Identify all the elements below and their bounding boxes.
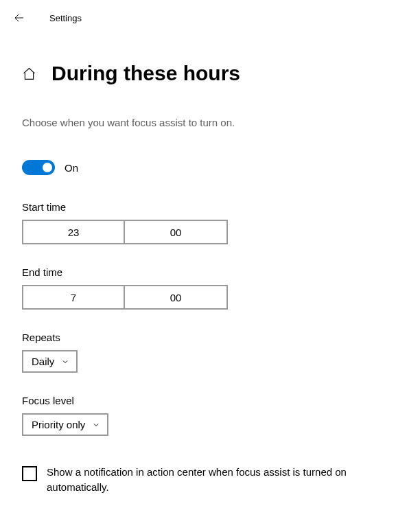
focus-level-label: Focus level [22,395,385,406]
repeats-value: Daily [32,356,54,367]
chevron-down-icon [61,358,69,366]
home-icon[interactable] [22,67,36,81]
focus-assist-toggle[interactable] [22,160,55,175]
end-time-picker: 7 00 [22,285,385,310]
notification-checkbox-label: Show a notification in action center whe… [47,465,376,495]
toggle-state-label: On [65,162,78,174]
header-bar: Settings [0,0,407,36]
repeats-select[interactable]: Daily [22,350,78,373]
page-title: During these hours [51,62,240,85]
page-subtitle: Choose when you want focus assist to tur… [22,117,385,128]
repeats-label: Repeats [22,332,385,343]
back-arrow-icon [13,12,25,24]
focus-level-value: Priority only [32,419,85,430]
focus-level-select[interactable]: Priority only [22,413,108,436]
page-title-row: During these hours [22,62,385,85]
end-time-label: End time [22,266,385,278]
start-time-hour[interactable]: 23 [22,220,125,244]
end-time-minute[interactable]: 00 [125,285,228,310]
end-time-hour[interactable]: 7 [22,285,125,310]
header-title: Settings [49,13,82,23]
start-time-label: Start time [22,201,385,213]
notification-checkbox[interactable] [22,466,37,481]
start-time-minute[interactable]: 00 [125,220,228,244]
back-button[interactable] [5,10,33,26]
start-time-picker: 23 00 [22,220,385,244]
chevron-down-icon [92,421,100,429]
toggle-knob [43,163,52,172]
